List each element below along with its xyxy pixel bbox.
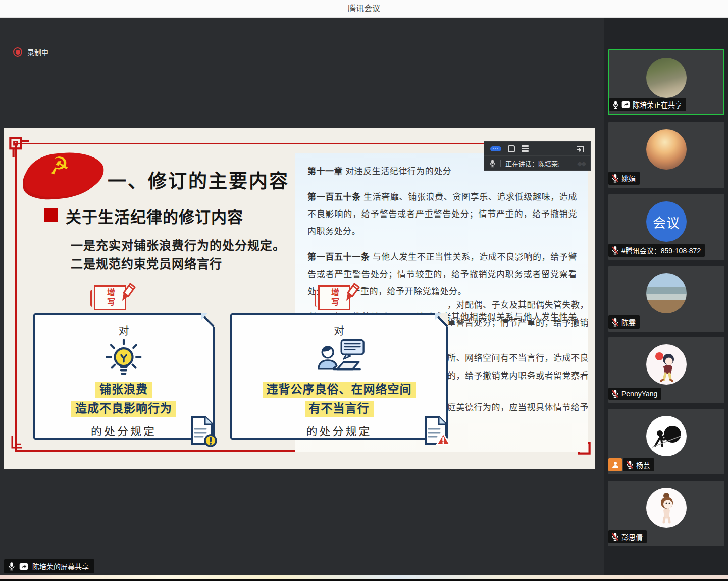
participant-tile-yaojuan[interactable]: 姚娟	[608, 122, 724, 188]
avatar: 会议	[646, 201, 687, 242]
network-quality-pill-icon[interactable]	[490, 146, 501, 151]
shared-screen-stage: 录制中 ☭ 一、修订的主要内容 关于生活纪律的修订内容 一是充实对铺张浪费行为的…	[0, 18, 604, 575]
participants-sidebar: 陈培荣正在共享 姚娟 会议	[604, 18, 728, 575]
regulation-paragraph: 第一百五十条 生活奢靡、铺张浪费、贪图享乐、追求低级趣味，造成不良影响的，给予警…	[307, 189, 577, 240]
screen-share-icon	[621, 101, 630, 108]
lightbulb-idea-icon	[103, 338, 144, 379]
box-suffix: 的处分规定	[91, 422, 157, 438]
frame-corner-ornament	[6, 134, 29, 157]
clipped-text-fragment: ，对配偶、子女及其配偶失管失教，造	[447, 298, 589, 310]
recording-label: 录制中	[27, 47, 48, 57]
gallery-view-icon[interactable]	[522, 145, 529, 152]
speaker-view-icon[interactable]	[508, 145, 515, 152]
participant-tile-chenwen[interactable]: 陈雯	[608, 266, 724, 332]
red-bullet-square	[44, 208, 58, 222]
screen-share-banner-label: 陈培荣的屏幕共享	[32, 561, 89, 571]
floating-toolbar: 正在讲话：陈培荣; ◆◆	[484, 141, 591, 171]
microphone-muted-icon	[611, 174, 619, 183]
screen-share-icon	[19, 563, 28, 570]
document-exclamation-icon	[188, 415, 217, 447]
speaking-now-label: 正在讲话：陈培荣;	[505, 159, 560, 168]
box-prefix: 对	[119, 322, 129, 337]
participant-label: 杨芸	[623, 458, 654, 471]
background-window-strip	[0, 575, 728, 581]
participant-tile-pengsiqian[interactable]: 彭思倩	[608, 481, 724, 546]
cartoon-girl-avatar-art	[646, 344, 687, 385]
participant-label: 陈雯	[608, 315, 640, 329]
avatar	[646, 129, 687, 170]
microphone-muted-icon	[611, 389, 619, 398]
box-suffix: 的处分规定	[306, 422, 372, 438]
document-warning-icon	[422, 415, 450, 447]
member-person-icon	[608, 458, 622, 471]
participant-label: 姚娟	[608, 172, 640, 185]
provision-box-online-speech: 对 违背公序良俗、在网络空间 有不当言行 的处分规定	[230, 313, 448, 440]
microphone-muted-icon	[611, 318, 619, 327]
box-prefix: 对	[334, 322, 344, 337]
highlight-phrase: 违背公序良俗、在网络空间	[263, 382, 416, 398]
provision-box-extravagance: 对 铺张浪费 造成不良影响行为 的处分规定	[33, 313, 215, 440]
participant-label: PennyYang	[608, 388, 661, 400]
highlight-phrase: 有不当言行	[305, 401, 374, 417]
pencil-icon	[122, 282, 137, 303]
microphone-muted-icon	[611, 532, 619, 541]
clipped-text-fragment: 庭美德行为的，应当视具体情节给予警	[447, 400, 589, 413]
slide-title: 一、修订的主要内容	[108, 166, 289, 193]
clipped-text-fragment: 重警告处分；情节严重的，给予撤销党	[447, 315, 589, 328]
person-posting-online-icon	[309, 338, 370, 379]
participant-label: 彭思倩	[608, 530, 647, 543]
clipped-text-fragment: 所、网络空间有不当言行，造成不良影	[447, 351, 589, 363]
collapse-panel-icon[interactable]	[576, 145, 584, 152]
bullet-line: 一是充实对铺张浪费行为的处分规定。	[71, 236, 285, 253]
avatar	[646, 488, 687, 528]
avatar	[646, 58, 687, 98]
participant-tile-pennyyang[interactable]: PennyYang	[608, 337, 724, 403]
microphone-muted-icon	[611, 246, 619, 255]
participant-tile-meeting-id[interactable]: 会议 #腾讯会议：859-108-872	[608, 194, 724, 260]
clipped-text-fragment: 的，给予撤销党内职务或者留党察看处	[447, 368, 589, 381]
participant-label: 陈培荣正在共享	[609, 98, 686, 111]
avatar	[646, 344, 687, 385]
pencil-icon	[346, 282, 361, 303]
participant-label: #腾讯会议：859-108-872	[608, 244, 705, 257]
microphone-icon	[612, 100, 619, 109]
microphone-muted-icon	[626, 460, 634, 469]
microphone-icon	[8, 562, 15, 571]
avatar	[646, 273, 687, 313]
highlight-phrase: 铺张浪费	[95, 382, 152, 398]
highlight-phrase: 造成不良影响行为	[71, 401, 176, 417]
avatar	[646, 416, 687, 456]
cartoon-child-avatar-art	[646, 488, 687, 528]
record-dot-icon	[13, 47, 22, 57]
window-title: 腾讯会议	[0, 0, 728, 18]
shared-slide: ☭ 一、修订的主要内容 关于生活纪律的修订内容 一是充实对铺张浪费行为的处分规定…	[4, 128, 595, 469]
frame-corner-bracket	[10, 435, 23, 450]
added-provision-stamp: 增写	[318, 285, 350, 310]
folded-corner	[434, 313, 448, 327]
stick-figure-avatar-art	[646, 416, 687, 456]
participant-tile-yangyun[interactable]: 杨芸	[608, 409, 724, 474]
bullet-line: 二是规范约束党员网络言行	[71, 254, 222, 272]
watermark-logo: ◆◆	[577, 160, 585, 167]
folded-corner	[200, 313, 215, 327]
section-heading: 关于生活纪律的修订内容	[66, 204, 243, 227]
screen-share-banner: 陈培荣的屏幕共享	[4, 559, 94, 573]
added-provision-stamp: 增写	[94, 285, 126, 310]
microphone-icon[interactable]	[489, 159, 496, 168]
participant-tile-chenpeirong[interactable]: 陈培荣正在共享	[608, 49, 724, 115]
recording-indicator[interactable]: 录制中	[13, 47, 48, 57]
hammer-sickle-icon: ☭	[46, 150, 71, 180]
